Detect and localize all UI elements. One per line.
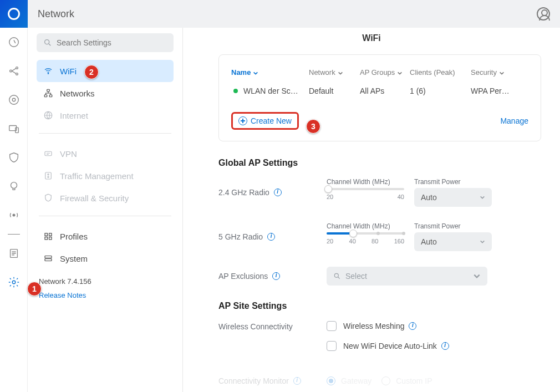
rail-clients-icon[interactable] (7, 122, 21, 135)
sidebar-item-networks[interactable]: Networks (37, 82, 174, 104)
chevron-down-icon (253, 69, 259, 76)
page-title: WiFi (183, 33, 560, 43)
slider-track[interactable] (327, 188, 404, 190)
svg-point-1 (9, 70, 12, 72)
label-5ghz: 5 GHz Radio (218, 232, 263, 241)
col-security[interactable]: Security (471, 68, 528, 77)
checkbox-autolink[interactable]: New WiFi Device Auto-Link (327, 341, 541, 351)
plus-circle-icon (238, 116, 247, 125)
checkbox-meshing[interactable]: Wireless Meshing (327, 321, 541, 331)
network-icon (43, 88, 53, 98)
svg-point-13 (48, 73, 49, 74)
search-box[interactable] (37, 33, 174, 52)
svg-rect-15 (44, 95, 47, 97)
section-site-title: AP Site Settings (218, 301, 541, 311)
svg-rect-22 (45, 233, 48, 236)
slider-track[interactable] (327, 232, 404, 235)
col-clients-label: Clients (Peak) (410, 68, 455, 77)
wifi-icon (43, 66, 53, 76)
cell-network: Default (309, 86, 360, 95)
sidebar-item-label: Profiles (60, 232, 88, 241)
rail-notes-icon[interactable] (7, 247, 21, 260)
svg-rect-27 (45, 259, 52, 261)
col-groups[interactable]: AP Groups (360, 68, 410, 77)
chevron-down-icon (338, 69, 344, 76)
svg-rect-18 (45, 151, 52, 156)
svg-point-5 (12, 98, 16, 101)
sidebar-item-system[interactable]: System (37, 247, 174, 269)
label-24ghz: 2.4 GHz Radio (218, 188, 269, 197)
slider-5-width[interactable]: Channel Width (MHz) 20 40 (327, 222, 404, 245)
svg-rect-16 (49, 95, 52, 97)
content-scroll[interactable]: Name Network AP Groups Clients (Pea (183, 28, 560, 392)
section-global-ap-title: Global AP Settings (218, 158, 541, 168)
annotation-1: 1 (27, 282, 42, 296)
col-clients[interactable]: Clients (Peak) (410, 68, 471, 77)
rail-insights-icon[interactable] (7, 180, 21, 193)
rail-settings-icon[interactable] (7, 276, 21, 289)
info-icon[interactable] (267, 233, 275, 241)
rail-shield-icon[interactable] (7, 151, 21, 164)
svg-rect-23 (49, 233, 52, 236)
chevron-down-icon (480, 239, 485, 245)
col-name-label: Name (231, 68, 251, 77)
row-24ghz: 2.4 GHz Radio Channel Width (MHz) 20 (218, 178, 541, 207)
rail-devices-icon[interactable] (7, 93, 21, 106)
wifi-table-card: Name Network AP Groups Clients (Pea (218, 54, 541, 141)
chevron-down-icon (397, 69, 404, 76)
system-icon (43, 253, 53, 263)
settings-sidebar: WiFi Networks Internet VPN (28, 28, 183, 392)
cell-clients: 1 (6) (410, 86, 471, 95)
info-icon[interactable] (272, 272, 280, 280)
cell-name: WLAN der Sc… (243, 86, 298, 95)
radio-custom-ip[interactable]: Custom IP (381, 376, 432, 385)
svg-point-28 (334, 273, 338, 277)
scale-20: 20 (327, 238, 333, 245)
info-icon[interactable] (274, 189, 282, 196)
radio-gateway[interactable]: Gateway (327, 376, 371, 385)
select-power-5[interactable]: Auto (414, 232, 492, 251)
checkbox-icon[interactable] (327, 321, 337, 331)
create-new-button[interactable]: Create New (231, 112, 299, 130)
sidebar-item-label: VPN (60, 149, 77, 159)
status-dot-icon (233, 89, 238, 93)
slider-thumb[interactable] (349, 230, 357, 237)
slider-24-width[interactable]: Channel Width (MHz) 20 40 (327, 178, 404, 200)
sidebar-item-internet: Internet (37, 104, 174, 126)
sidebar-separator (39, 133, 171, 134)
release-notes-link[interactable]: Release Notes (37, 291, 174, 299)
table-row[interactable]: WLAN der Sc… Default All APs 1 (6) WPA P… (231, 83, 528, 99)
sidebar-item-label: Networks (60, 89, 95, 98)
rail-separator (8, 234, 20, 235)
slider-thumb[interactable] (324, 185, 332, 193)
search-input[interactable] (57, 38, 167, 47)
scale-160: 160 (394, 238, 404, 245)
sidebar-item-wifi[interactable]: WiFi (37, 60, 174, 82)
svg-rect-19 (45, 172, 52, 179)
manage-link[interactable]: Manage (500, 116, 528, 125)
col-network[interactable]: Network (309, 68, 360, 77)
sidebar-item-profiles[interactable]: Profiles (37, 225, 174, 247)
user-avatar-icon[interactable] (537, 7, 550, 21)
info-icon[interactable] (409, 322, 416, 330)
rail-radios-icon[interactable] (7, 208, 21, 222)
scale-40: 40 (349, 238, 356, 245)
brand-logo[interactable] (0, 0, 28, 28)
rail-dashboard-icon[interactable] (7, 35, 21, 49)
select-placeholder: Select (345, 272, 367, 281)
rail-topology-icon[interactable] (7, 64, 21, 78)
select-power-24[interactable]: Auto (414, 188, 492, 207)
col-name[interactable]: Name (231, 68, 309, 77)
icon-rail (0, 0, 28, 392)
checkbox-label: New WiFi Device Auto-Link (343, 342, 437, 350)
col-network-label: Network (309, 68, 335, 77)
info-icon[interactable] (441, 342, 449, 350)
checkbox-icon[interactable] (327, 341, 337, 351)
radio-icon[interactable] (381, 376, 390, 385)
select-ap-exclusions[interactable]: Select (327, 267, 487, 286)
label-ap-excl: AP Exclusions (218, 272, 268, 281)
svg-point-0 (9, 38, 18, 47)
radio-label: Custom IP (396, 376, 432, 385)
radio-icon[interactable] (327, 376, 335, 385)
annotation-2: 2 (84, 65, 99, 79)
